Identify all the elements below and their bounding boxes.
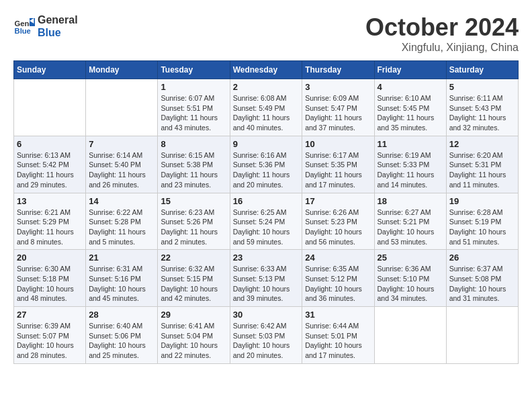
day-info: Sunrise: 6:09 AM Sunset: 5:47 PM Dayligh… — [305, 93, 371, 133]
calendar-cell: 12Sunrise: 6:20 AM Sunset: 5:31 PM Dayli… — [446, 136, 518, 193]
day-number: 11 — [378, 139, 443, 149]
day-info: Sunrise: 6:35 AM Sunset: 5:12 PM Dayligh… — [305, 264, 371, 304]
day-number: 6 — [17, 139, 83, 149]
calendar-cell: 23Sunrise: 6:33 AM Sunset: 5:13 PM Dayli… — [230, 250, 302, 307]
day-number: 17 — [305, 196, 371, 206]
day-number: 25 — [378, 253, 443, 263]
calendar-cell: 3Sunrise: 6:09 AM Sunset: 5:47 PM Daylig… — [302, 79, 374, 136]
calendar-cell: 1Sunrise: 6:07 AM Sunset: 5:51 PM Daylig… — [158, 79, 230, 136]
calendar-header: SundayMondayTuesdayWednesdayThursdayFrid… — [14, 61, 519, 79]
header-row: SundayMondayTuesdayWednesdayThursdayFrid… — [14, 61, 519, 79]
title-block: October 2024 Xingfulu, Xinjiang, China — [365, 13, 519, 54]
day-number: 8 — [161, 139, 226, 149]
day-number: 1 — [161, 82, 226, 92]
day-number: 22 — [161, 253, 226, 263]
day-info: Sunrise: 6:31 AM Sunset: 5:16 PM Dayligh… — [89, 264, 154, 304]
calendar-cell: 11Sunrise: 6:19 AM Sunset: 5:33 PM Dayli… — [374, 136, 446, 193]
day-info: Sunrise: 6:39 AM Sunset: 5:07 PM Dayligh… — [17, 321, 83, 361]
calendar-cell: 21Sunrise: 6:31 AM Sunset: 5:16 PM Dayli… — [86, 250, 158, 307]
day-info: Sunrise: 6:33 AM Sunset: 5:13 PM Dayligh… — [233, 264, 300, 304]
calendar-cell: 26Sunrise: 6:37 AM Sunset: 5:08 PM Dayli… — [446, 250, 518, 307]
calendar-cell — [446, 307, 518, 364]
calendar-week-row: 27Sunrise: 6:39 AM Sunset: 5:07 PM Dayli… — [14, 307, 519, 364]
day-number: 3 — [305, 82, 371, 92]
calendar-cell — [14, 79, 86, 136]
day-number: 23 — [233, 253, 300, 263]
day-number: 5 — [449, 82, 515, 92]
calendar-cell: 16Sunrise: 6:25 AM Sunset: 5:24 PM Dayli… — [230, 193, 302, 250]
calendar-cell: 4Sunrise: 6:10 AM Sunset: 5:45 PM Daylig… — [374, 79, 446, 136]
calendar-cell — [374, 307, 446, 364]
calendar-week-row: 13Sunrise: 6:21 AM Sunset: 5:29 PM Dayli… — [14, 193, 519, 250]
logo-text-blue: Blue — [38, 26, 78, 39]
day-number: 12 — [449, 139, 515, 149]
calendar-cell: 24Sunrise: 6:35 AM Sunset: 5:12 PM Dayli… — [302, 250, 374, 307]
calendar-cell: 7Sunrise: 6:14 AM Sunset: 5:40 PM Daylig… — [86, 136, 158, 193]
calendar-cell: 17Sunrise: 6:26 AM Sunset: 5:23 PM Dayli… — [302, 193, 374, 250]
day-header: Sunday — [14, 61, 86, 79]
day-number: 15 — [161, 196, 226, 206]
calendar-cell: 2Sunrise: 6:08 AM Sunset: 5:49 PM Daylig… — [230, 79, 302, 136]
calendar-cell: 30Sunrise: 6:42 AM Sunset: 5:03 PM Dayli… — [230, 307, 302, 364]
calendar-week-row: 1Sunrise: 6:07 AM Sunset: 5:51 PM Daylig… — [14, 79, 519, 136]
day-info: Sunrise: 6:23 AM Sunset: 5:26 PM Dayligh… — [161, 208, 226, 247]
day-info: Sunrise: 6:32 AM Sunset: 5:15 PM Dayligh… — [161, 264, 226, 304]
day-number: 30 — [233, 310, 300, 320]
day-info: Sunrise: 6:30 AM Sunset: 5:18 PM Dayligh… — [17, 264, 83, 304]
calendar-cell: 14Sunrise: 6:22 AM Sunset: 5:28 PM Dayli… — [86, 193, 158, 250]
day-info: Sunrise: 6:10 AM Sunset: 5:45 PM Dayligh… — [378, 93, 443, 133]
svg-text:Blue: Blue — [15, 27, 31, 35]
logo-icon: General Blue — [13, 15, 35, 37]
day-number: 26 — [449, 253, 515, 263]
month-title: October 2024 — [365, 13, 519, 42]
day-info: Sunrise: 6:36 AM Sunset: 5:10 PM Dayligh… — [378, 264, 443, 304]
calendar-cell: 18Sunrise: 6:27 AM Sunset: 5:21 PM Dayli… — [374, 193, 446, 250]
calendar-table: SundayMondayTuesdayWednesdayThursdayFrid… — [13, 60, 519, 364]
day-info: Sunrise: 6:26 AM Sunset: 5:23 PM Dayligh… — [305, 208, 371, 247]
calendar-cell: 27Sunrise: 6:39 AM Sunset: 5:07 PM Dayli… — [14, 307, 86, 364]
day-info: Sunrise: 6:22 AM Sunset: 5:28 PM Dayligh… — [89, 208, 154, 247]
day-info: Sunrise: 6:40 AM Sunset: 5:06 PM Dayligh… — [89, 321, 154, 361]
calendar-cell: 22Sunrise: 6:32 AM Sunset: 5:15 PM Dayli… — [158, 250, 230, 307]
calendar-cell: 15Sunrise: 6:23 AM Sunset: 5:26 PM Dayli… — [158, 193, 230, 250]
day-header: Thursday — [302, 61, 374, 79]
calendar-cell: 28Sunrise: 6:40 AM Sunset: 5:06 PM Dayli… — [86, 307, 158, 364]
day-header: Friday — [374, 61, 446, 79]
day-number: 24 — [305, 253, 371, 263]
day-info: Sunrise: 6:13 AM Sunset: 5:42 PM Dayligh… — [17, 150, 83, 190]
day-info: Sunrise: 6:21 AM Sunset: 5:29 PM Dayligh… — [17, 208, 83, 247]
day-info: Sunrise: 6:08 AM Sunset: 5:49 PM Dayligh… — [233, 93, 300, 133]
calendar-week-row: 20Sunrise: 6:30 AM Sunset: 5:18 PM Dayli… — [14, 250, 519, 307]
day-header: Wednesday — [230, 61, 302, 79]
day-number: 14 — [89, 196, 154, 206]
logo: General Blue General Blue — [13, 13, 78, 39]
location: Xingfulu, Xinjiang, China — [365, 42, 519, 54]
day-info: Sunrise: 6:42 AM Sunset: 5:03 PM Dayligh… — [233, 321, 300, 361]
day-number: 13 — [17, 196, 83, 206]
day-number: 4 — [378, 82, 443, 92]
day-number: 29 — [161, 310, 226, 320]
day-info: Sunrise: 6:25 AM Sunset: 5:24 PM Dayligh… — [233, 208, 300, 247]
calendar-cell: 31Sunrise: 6:44 AM Sunset: 5:01 PM Dayli… — [302, 307, 374, 364]
day-info: Sunrise: 6:14 AM Sunset: 5:40 PM Dayligh… — [89, 150, 154, 190]
day-number: 28 — [89, 310, 154, 320]
day-number: 18 — [378, 196, 443, 206]
calendar-cell: 6Sunrise: 6:13 AM Sunset: 5:42 PM Daylig… — [14, 136, 86, 193]
calendar-body: 1Sunrise: 6:07 AM Sunset: 5:51 PM Daylig… — [14, 79, 519, 364]
day-number: 27 — [17, 310, 83, 320]
day-info: Sunrise: 6:44 AM Sunset: 5:01 PM Dayligh… — [305, 321, 371, 361]
day-info: Sunrise: 6:17 AM Sunset: 5:35 PM Dayligh… — [305, 150, 371, 190]
calendar-cell: 5Sunrise: 6:11 AM Sunset: 5:43 PM Daylig… — [446, 79, 518, 136]
day-header: Tuesday — [158, 61, 230, 79]
calendar-cell: 25Sunrise: 6:36 AM Sunset: 5:10 PM Dayli… — [374, 250, 446, 307]
calendar-cell: 19Sunrise: 6:28 AM Sunset: 5:19 PM Dayli… — [446, 193, 518, 250]
day-number: 31 — [305, 310, 371, 320]
day-number: 9 — [233, 139, 300, 149]
day-info: Sunrise: 6:15 AM Sunset: 5:38 PM Dayligh… — [161, 150, 226, 190]
day-number: 10 — [305, 139, 371, 149]
calendar-cell: 20Sunrise: 6:30 AM Sunset: 5:18 PM Dayli… — [14, 250, 86, 307]
day-number: 21 — [89, 253, 154, 263]
calendar-cell: 10Sunrise: 6:17 AM Sunset: 5:35 PM Dayli… — [302, 136, 374, 193]
day-info: Sunrise: 6:37 AM Sunset: 5:08 PM Dayligh… — [449, 264, 515, 304]
day-info: Sunrise: 6:41 AM Sunset: 5:04 PM Dayligh… — [161, 321, 226, 361]
